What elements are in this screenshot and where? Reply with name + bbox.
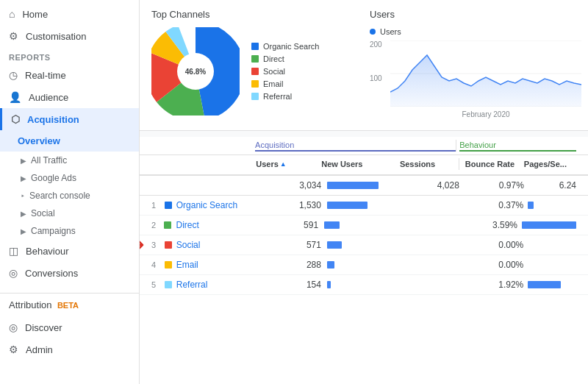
channel-link[interactable]: Social bbox=[176, 240, 201, 250]
channel-color-dot bbox=[164, 221, 171, 229]
bullet-icon: ▶ bbox=[21, 210, 26, 218]
sidebar-item-admin[interactable]: ⚙ Admin bbox=[0, 338, 139, 360]
total-pages-value: 6.24 bbox=[559, 180, 576, 191]
sidebar-all-traffic-label: All Traffic bbox=[31, 155, 67, 166]
sidebar-google-ads-label: Google Ads bbox=[31, 173, 76, 183]
sidebar-campaigns-label: Campaigns bbox=[31, 226, 76, 236]
sidebar-item-acquisition[interactable]: ⬡ Acquisition bbox=[0, 108, 139, 130]
sidebar: ⌂ Home ⚙ Customisation REPORTS ◷ Real-ti… bbox=[0, 0, 140, 384]
acquisition-group-header: Acquisition bbox=[255, 140, 456, 152]
table-row: 5 Referral 154 1.92% bbox=[140, 275, 588, 295]
total-new-users-cell bbox=[321, 182, 401, 189]
total-users-cell: 3,034 bbox=[256, 180, 321, 191]
legend-label-referral: Referral bbox=[263, 92, 292, 101]
users-value: 288 bbox=[306, 260, 321, 270]
total-users-value: 3,034 bbox=[299, 180, 321, 191]
sidebar-item-audience[interactable]: 👤 Audience bbox=[0, 86, 139, 108]
row-users: 154 bbox=[256, 280, 321, 290]
legend-item-email: Email bbox=[251, 79, 319, 88]
svg-text:46.8%: 46.8% bbox=[185, 68, 206, 76]
row-new-users-bar bbox=[321, 202, 400, 209]
pages-bar bbox=[522, 221, 576, 229]
users-legend: Users bbox=[370, 27, 576, 36]
sidebar-item-google-ads[interactable]: ▶ Google Ads bbox=[0, 169, 139, 187]
sidebar-item-social[interactable]: ▶ Social bbox=[0, 205, 139, 222]
y-max: 200 bbox=[370, 40, 382, 49]
col-new-users-header: New Users bbox=[321, 159, 400, 169]
channel-color-dot bbox=[165, 261, 172, 269]
total-bounce-cell: 0.97% bbox=[465, 180, 524, 191]
channel-link[interactable]: Referral bbox=[176, 280, 208, 290]
row-pages-bar bbox=[523, 281, 576, 288]
behaviour-icon: ◫ bbox=[9, 245, 18, 257]
row-rank: 4 bbox=[151, 260, 165, 270]
col-new-users-label: New Users bbox=[321, 160, 362, 168]
channel-color-dot bbox=[165, 202, 172, 209]
new-users-bar bbox=[327, 202, 368, 209]
sidebar-item-conversions[interactable]: ◎ Conversions bbox=[0, 262, 139, 284]
col-divider bbox=[459, 158, 459, 170]
table-row: 1 Organic Search 1,530 0.37% bbox=[140, 196, 588, 216]
sidebar-discover-label: Discover bbox=[25, 322, 62, 333]
attribution-label: Attribution bbox=[9, 299, 52, 310]
row-rank: 1 bbox=[151, 200, 165, 210]
x-axis-label: February 2020 bbox=[390, 110, 581, 118]
y-axis-labels: 200 100 bbox=[370, 40, 382, 121]
sidebar-item-realtime[interactable]: ◷ Real-time bbox=[0, 64, 139, 86]
line-chart-panel: Users Users 200 100 bbox=[370, 9, 576, 121]
customisation-icon: ⚙ bbox=[9, 30, 18, 42]
channel-link[interactable]: Email bbox=[176, 260, 198, 270]
bounce-value: 1.92% bbox=[498, 280, 523, 290]
sidebar-item-discover[interactable]: ◎ Discover bbox=[0, 316, 139, 338]
bounce-value: 0.00% bbox=[498, 240, 523, 250]
behaviour-group-header: Behaviour bbox=[459, 140, 576, 152]
pie-chart-panel: Top Channels 46.8% bbox=[151, 9, 358, 121]
sidebar-item-search-console[interactable]: ‣ Search console bbox=[0, 187, 139, 205]
channel-link[interactable]: Direct bbox=[176, 220, 198, 230]
row-users: 591 bbox=[254, 220, 318, 230]
table-row: 2 Direct 591 3.59% bbox=[140, 216, 588, 235]
column-labels-row: Users ▲ New Users Sessions Bounce Rate P… bbox=[140, 155, 588, 176]
bullet-icon: ▶ bbox=[21, 227, 26, 235]
row-rank: 3 bbox=[151, 240, 165, 250]
row-bounce: 3.59% bbox=[459, 220, 517, 230]
channel-color-dot bbox=[165, 281, 172, 288]
sidebar-item-home[interactable]: ⌂ Home bbox=[0, 3, 139, 25]
total-sessions-cell: 4,028 bbox=[401, 180, 459, 191]
channel-color-dot bbox=[165, 241, 172, 249]
row-rank: 5 bbox=[151, 280, 165, 290]
sidebar-item-all-traffic[interactable]: ▶ All Traffic bbox=[0, 152, 139, 169]
row-new-users-bar bbox=[321, 241, 400, 249]
row-users: 288 bbox=[256, 260, 321, 270]
new-users-bar bbox=[324, 221, 340, 229]
row-new-users-bar bbox=[321, 281, 400, 288]
sidebar-conversions-label: Conversions bbox=[25, 268, 78, 279]
sidebar-overview-label: Overview bbox=[18, 135, 60, 146]
home-icon: ⌂ bbox=[9, 8, 15, 20]
group-divider bbox=[456, 140, 456, 152]
channel-link[interactable]: Organic Search bbox=[176, 200, 237, 210]
total-pages-cell: 6.24 bbox=[524, 180, 576, 191]
top-channels-title: Top Channels bbox=[151, 9, 358, 20]
row-pages-bar bbox=[523, 202, 576, 209]
row-pages-bar bbox=[523, 241, 576, 249]
pie-legend: Organic Search Direct Social Email bbox=[251, 42, 319, 101]
sidebar-item-attribution[interactable]: Attribution BETA bbox=[0, 294, 139, 316]
sidebar-item-behaviour[interactable]: ◫ Behaviour bbox=[0, 240, 139, 262]
sidebar-realtime-label: Real-time bbox=[25, 70, 66, 81]
col-users-header: Users ▲ bbox=[256, 160, 321, 168]
group-headers-row: Acquisition Behaviour bbox=[140, 137, 588, 155]
bounce-value: 0.37% bbox=[498, 200, 523, 210]
col-sessions-label: Sessions bbox=[400, 160, 435, 168]
row-bounce: 0.00% bbox=[465, 260, 523, 270]
table-row: 4 Email 288 0.00% bbox=[140, 255, 588, 275]
realtime-icon: ◷ bbox=[9, 69, 18, 81]
bullet-icon: ▶ bbox=[21, 174, 26, 182]
legend-label-social: Social bbox=[263, 67, 285, 76]
legend-item-referral: Referral bbox=[251, 92, 319, 101]
sidebar-item-customisation[interactable]: ⚙ Customisation bbox=[0, 25, 139, 47]
sidebar-item-overview[interactable]: Overview bbox=[0, 130, 139, 152]
sidebar-item-campaigns[interactable]: ▶ Campaigns bbox=[0, 222, 139, 240]
row-bounce: 0.00% bbox=[465, 240, 523, 250]
reports-section-label: REPORTS bbox=[0, 47, 139, 64]
